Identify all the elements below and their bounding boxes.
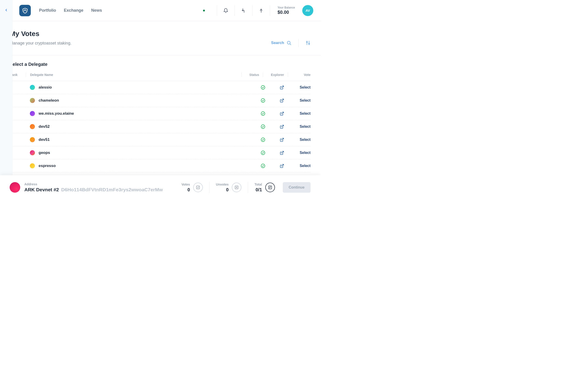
unvotes-label: Unvotes [216,183,229,186]
status-active-icon [260,111,266,116]
col-rank: Rank [12,73,26,77]
rank-number: 1 [12,85,30,90]
explorer-link[interactable] [271,98,292,103]
balance-value: $0.00 [277,10,295,15]
votes-label: Votes [182,183,190,186]
delegate-avatar [30,111,35,116]
delegate-name: geops [39,150,254,155]
external-link-icon [280,125,284,129]
delegate-row: 5 dev51 Select [12,133,311,146]
delegate-avatar [30,137,35,142]
col-status: Status [246,73,263,77]
external-link-icon [280,111,284,116]
svg-point-15 [261,138,265,142]
search-button[interactable]: Search [271,40,292,45]
continue-button[interactable]: Continue [283,182,311,193]
delegate-avatar [30,150,35,155]
footer-bar: Address ARK Devnet #2 D6Ho114BdFVtnRD1mF… [0,175,321,200]
explorer-link[interactable] [271,125,292,129]
svg-point-0 [261,8,261,9]
filter-button[interactable] [305,40,311,45]
svg-line-16 [281,138,283,140]
notifications-icon[interactable] [223,7,229,14]
delegate-row: 2 chameleon Select [12,94,311,107]
address-label: Address [24,182,182,186]
rank-number: 4 [12,124,30,129]
select-button[interactable]: Select [300,85,311,89]
delegate-avatar [30,163,35,168]
page-subtitle: Manage your cryptoasset staking. [12,41,271,46]
network-status-dot [203,10,205,11]
status-active-icon [260,137,266,142]
status-active-icon [260,98,266,103]
svg-line-18 [281,151,283,153]
nav-portfolio[interactable]: Portfolio [39,8,56,13]
page-title: My Votes [12,30,271,38]
select-button[interactable]: Select [300,164,311,168]
col-name: Delegate Name [30,73,242,77]
explorer-link[interactable] [271,111,292,116]
receive-icon[interactable] [240,7,247,14]
votes-value: 0 [182,187,190,192]
svg-point-11 [261,112,265,116]
rank-number: 2 [12,98,30,103]
unvotes-stat: Unvotes 0 [216,183,242,192]
delegate-avatar [30,85,35,90]
select-button[interactable]: Select [300,98,311,102]
nav-news[interactable]: News [91,8,102,13]
external-link-icon [280,138,284,142]
svg-point-13 [261,125,265,129]
select-button[interactable]: Select [300,111,311,115]
back-button[interactable] [4,8,8,12]
send-icon[interactable] [258,7,264,14]
select-button[interactable]: Select [300,125,311,128]
svg-point-6 [309,43,310,44]
side-gutter [0,0,12,200]
status-active-icon [260,124,266,129]
total-stat: Total 0/1 [254,183,275,192]
sliders-icon [305,40,311,45]
status-active-icon [260,150,266,155]
delegate-name: chameleon [39,98,254,103]
explorer-link[interactable] [271,138,292,142]
delegate-avatar [30,124,35,129]
delegate-row: 3 we.miss.you.elaine Select [12,107,311,120]
explorer-link[interactable] [271,151,292,155]
svg-line-2 [290,44,291,45]
app-logo[interactable] [19,5,31,16]
svg-point-9 [261,99,265,102]
svg-point-4 [306,42,308,43]
balance: Your Balance $0.00 [277,6,295,15]
topbar: Portfolio Exchange News [12,0,321,21]
external-link-icon [280,164,284,168]
explorer-link[interactable] [271,164,292,168]
delegate-name: alessio [39,85,254,90]
delegate-avatar [30,98,35,103]
rank-number: 6 [12,150,30,155]
unvote-x-icon [232,183,242,192]
balance-label: Your Balance [277,6,295,9]
status-active-icon [260,85,266,90]
explorer-link[interactable] [271,85,292,90]
col-vote: Vote [292,73,311,77]
profile-avatar[interactable]: AV [302,5,313,16]
delegate-row: 6 geops Select [12,146,311,159]
votes-stat: Votes 0 [182,183,203,192]
col-explorer: Explorer [267,73,288,77]
rank-number: 5 [12,137,30,142]
delegate-row: 1 alessio Select [12,81,311,94]
section-title: Select a Delegate [12,62,311,67]
search-icon [286,40,292,45]
delegate-row: 7 espresso Select [12,159,311,173]
nav-exchange[interactable]: Exchange [64,8,83,13]
wallet-info: Address ARK Devnet #2 D6Ho114BdFVtnRD1mF… [24,182,182,192]
select-button[interactable]: Select [300,138,311,142]
svg-line-14 [281,125,283,127]
rank-number: 3 [12,111,30,116]
search-label: Search [271,41,284,45]
delegate-row: 4 dev52 Select [12,120,311,133]
select-button[interactable]: Select [300,151,311,155]
svg-line-12 [281,112,283,114]
svg-point-19 [261,164,265,168]
svg-line-20 [281,164,283,166]
